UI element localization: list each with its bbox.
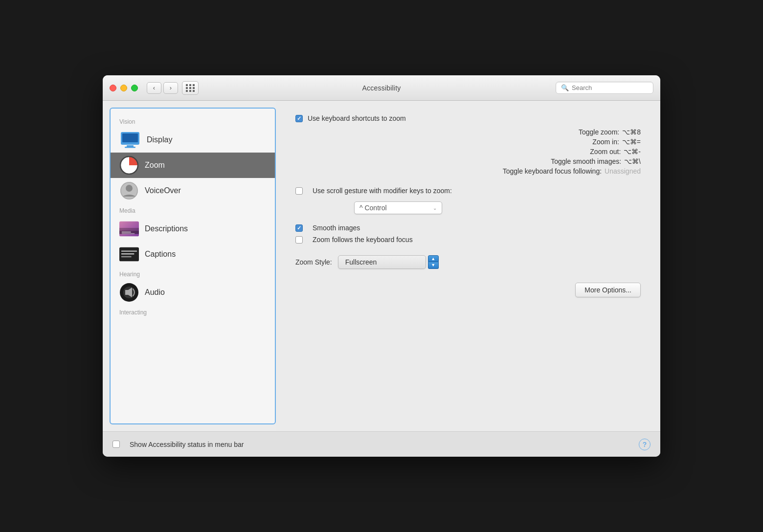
grid-dots-icon <box>186 84 195 92</box>
show-status-label: Show Accessibility status in menu bar <box>130 441 244 448</box>
zoom-label: Zoom <box>145 161 165 170</box>
modifier-dropdown-value: ^ Control <box>359 204 387 212</box>
nav-buttons: ‹ › <box>147 82 178 94</box>
shortcut-toggle-focus: Toggle keyboard focus following: Unassig… <box>295 167 641 175</box>
content-area: Vision Display <box>103 101 660 431</box>
captions-icon <box>119 244 139 264</box>
smooth-images-checkbox[interactable] <box>295 224 303 232</box>
back-button[interactable]: ‹ <box>147 82 161 94</box>
descriptions-label: Descriptions <box>145 224 188 233</box>
minimize-button[interactable] <box>120 85 127 91</box>
stepper-down-button[interactable]: ▼ <box>428 262 439 269</box>
more-options-button[interactable]: More Options... <box>575 283 641 297</box>
zoom-style-label: Zoom Style: <box>295 258 332 266</box>
stepper-up-button[interactable]: ▲ <box>428 255 439 262</box>
audio-label: Audio <box>145 288 165 297</box>
search-input[interactable] <box>572 84 648 91</box>
main-window: ‹ › Accessibility 🔍 Vision <box>103 75 660 457</box>
scroll-gesture-row: Use scroll gesture with modifier keys to… <box>295 187 641 195</box>
question-mark-icon: ? <box>643 441 647 448</box>
main-panel: Use keyboard shortcuts to zoom Toggle zo… <box>276 101 660 431</box>
shortcut-value-toggle-zoom: ⌥⌘8 <box>622 128 641 136</box>
titlebar: ‹ › Accessibility 🔍 <box>103 75 660 101</box>
zoom-style-stepper: ▲ ▼ <box>428 255 439 269</box>
modifier-dropdown-container: ^ Control ⌄ <box>354 201 641 214</box>
keyboard-shortcuts-row: Use keyboard shortcuts to zoom <box>295 114 641 122</box>
shortcut-value-toggle-smooth: ⌥⌘\ <box>624 157 641 165</box>
shortcut-key-toggle-zoom: Toggle zoom: <box>579 128 619 136</box>
keyboard-focus-row: Zoom follows the keyboard focus <box>295 236 641 244</box>
shortcut-key-zoom-out: Zoom out: <box>590 148 621 155</box>
sidebar-section-media: Media <box>111 203 275 216</box>
forward-button[interactable]: › <box>163 82 178 94</box>
sidebar: Vision Display <box>110 108 276 424</box>
shortcut-zoom-in: Zoom in: ⌥⌘= <box>295 138 641 146</box>
shortcut-key-toggle-smooth: Toggle smooth images: <box>551 157 621 165</box>
zoom-style-value: Fullscreen <box>345 258 377 266</box>
chevron-up-icon: ▲ <box>431 257 435 261</box>
svg-rect-17 <box>121 256 132 257</box>
shortcut-key-zoom-in: Zoom in: <box>592 138 619 146</box>
keyboard-focus-label: Zoom follows the keyboard focus <box>313 236 413 244</box>
sidebar-item-audio[interactable]: Audio <box>111 280 275 305</box>
show-status-row: Show Accessibility status in menu bar <box>112 441 244 448</box>
shortcut-value-zoom-out: ⌥⌘- <box>624 148 641 155</box>
modifier-dropdown[interactable]: ^ Control ⌄ <box>354 201 442 214</box>
shortcut-key-toggle-focus: Toggle keyboard focus following: <box>503 167 602 175</box>
zoom-style-row: Zoom Style: Fullscreen ▲ ▼ <box>295 255 641 269</box>
shortcut-toggle-smooth: Toggle smooth images: ⌥⌘\ <box>295 157 641 165</box>
svg-rect-11 <box>119 228 139 231</box>
window-title: Accessibility <box>362 84 401 92</box>
display-label: Display <box>147 135 172 144</box>
shortcut-value-zoom-in: ⌥⌘= <box>622 138 641 146</box>
chevron-down-icon: ⌄ <box>433 205 437 211</box>
svg-rect-1 <box>122 133 138 142</box>
monitor-icon <box>119 130 141 150</box>
sidebar-item-voiceover[interactable]: VoiceOver <box>111 178 275 203</box>
keyboard-focus-checkbox[interactable] <box>295 236 303 244</box>
shortcuts-table: Toggle zoom: ⌥⌘8 Zoom in: ⌥⌘= Zoom out: … <box>295 128 641 175</box>
chevron-down-icon: ▼ <box>431 263 435 267</box>
svg-rect-15 <box>121 250 137 251</box>
voiceover-label: VoiceOver <box>145 186 181 195</box>
search-box[interactable]: 🔍 <box>556 82 653 94</box>
sidebar-section-hearing: Hearing <box>111 267 275 280</box>
svg-rect-12 <box>122 232 131 233</box>
scroll-gesture-checkbox[interactable] <box>295 187 303 195</box>
keyboard-shortcuts-label: Use keyboard shortcuts to zoom <box>308 114 406 122</box>
keyboard-shortcuts-section: Use keyboard shortcuts to zoom Toggle zo… <box>295 114 641 175</box>
svg-point-7 <box>126 185 133 192</box>
audio-icon <box>119 283 139 302</box>
shortcut-value-toggle-focus: Unassigned <box>605 167 641 175</box>
descriptions-icon <box>119 219 139 239</box>
close-button[interactable] <box>110 85 116 91</box>
help-button[interactable]: ? <box>639 439 651 450</box>
back-icon: ‹ <box>153 84 155 91</box>
smooth-images-row: Smooth images <box>295 224 641 232</box>
sidebar-item-captions[interactable]: Captions <box>111 242 275 267</box>
sidebar-item-zoom[interactable]: Zoom <box>111 153 275 178</box>
traffic-lights <box>110 85 138 91</box>
bottom-bar: Show Accessibility status in menu bar ? <box>103 431 660 457</box>
forward-icon: › <box>170 84 172 91</box>
shortcut-toggle-zoom: Toggle zoom: ⌥⌘8 <box>295 128 641 136</box>
shortcut-zoom-out: Zoom out: ⌥⌘- <box>295 148 641 155</box>
zoom-icon <box>119 155 139 175</box>
scroll-gesture-label: Use scroll gesture with modifier keys to… <box>313 187 452 195</box>
fullscreen-button[interactable] <box>131 85 138 91</box>
search-icon: 🔍 <box>561 84 569 91</box>
apps-grid-button[interactable] <box>182 81 199 95</box>
sidebar-item-display[interactable]: Display <box>111 127 275 153</box>
captions-label: Captions <box>145 250 176 259</box>
svg-rect-16 <box>121 253 135 254</box>
svg-rect-13 <box>122 233 135 234</box>
smooth-images-label: Smooth images <box>313 224 360 232</box>
show-status-checkbox[interactable] <box>112 441 120 448</box>
svg-rect-3 <box>125 147 135 148</box>
sidebar-item-descriptions[interactable]: Descriptions <box>111 216 275 242</box>
voiceover-icon <box>119 181 139 200</box>
zoom-style-dropdown[interactable]: Fullscreen <box>338 255 426 269</box>
sidebar-section-vision: Vision <box>111 114 275 127</box>
sidebar-section-interacting: Interacting <box>111 305 275 318</box>
keyboard-shortcuts-checkbox[interactable] <box>295 115 303 122</box>
